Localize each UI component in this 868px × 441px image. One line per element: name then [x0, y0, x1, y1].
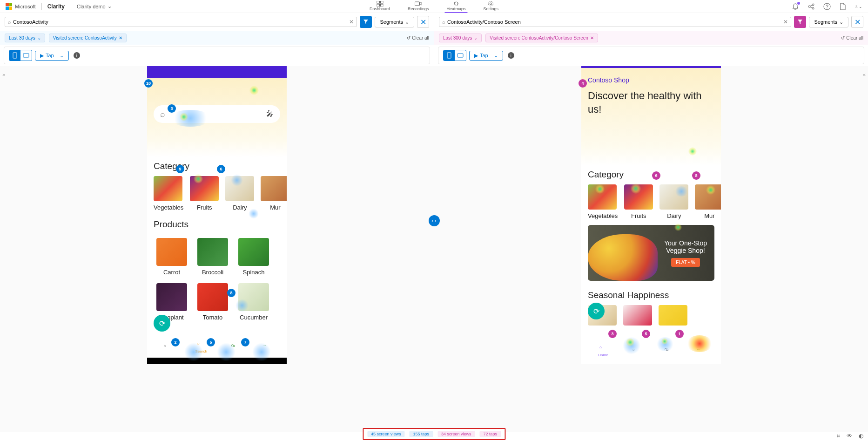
svg-rect-16: [458, 54, 463, 57]
clear-search-icon[interactable]: ✕: [349, 19, 354, 25]
products-heading: Products: [147, 216, 287, 234]
clear-all-label: Clear all: [412, 35, 429, 41]
heatmap-badge: 9: [176, 165, 184, 173]
banner-line: Veggie Shop!: [664, 247, 707, 254]
info-icon[interactable]: i: [74, 52, 80, 59]
heatmap-spot: [674, 224, 682, 231]
help-icon[interactable]: ?: [823, 3, 831, 10]
close-pane-left-button[interactable]: ✕: [417, 16, 429, 28]
nav-dashboard[interactable]: Dashboard: [368, 0, 392, 13]
search-input-left[interactable]: ⌕ ✕: [5, 17, 357, 27]
tap-dropdown-left[interactable]: ▶Tap⌄: [35, 51, 69, 61]
heatmap-spot: [249, 86, 259, 95]
chip-daterange-left[interactable]: Last 30 days⌄: [5, 34, 45, 42]
chip-label: Last 30 days: [9, 35, 35, 41]
search-icon: ⌕: [160, 109, 165, 119]
refresh-fab[interactable]: ⟳: [154, 315, 170, 332]
svg-rect-15: [447, 53, 451, 58]
segments-button-right[interactable]: Segments⌄: [809, 17, 848, 27]
toolbar-right: ▶Tap⌄ i: [438, 47, 864, 64]
view-tablet-button[interactable]: [455, 50, 466, 61]
clear-all-label: Clear all: [846, 35, 863, 41]
user-menu[interactable]: ⌄: [855, 3, 862, 10]
split-handle[interactable]: ‹ ›: [429, 215, 440, 226]
svg-rect-0: [377, 1, 379, 3]
filter-button-left[interactable]: [360, 16, 372, 28]
play-icon: ▶: [40, 53, 44, 59]
search-field[interactable]: [447, 19, 783, 25]
refresh-fab[interactable]: ⟳: [588, 303, 605, 319]
play-icon: ▶: [474, 53, 478, 59]
chip-label: Last 300 days: [443, 35, 472, 41]
pane-left: » ⌕ ✕ Segments⌄ ✕ Last 30 days⌄ Visited …: [0, 13, 434, 432]
filter-button-right[interactable]: [794, 16, 806, 28]
dashboard-icon: [377, 1, 383, 7]
svg-rect-4: [415, 2, 420, 6]
view-phone-button[interactable]: [444, 50, 455, 61]
view-tablet-button[interactable]: [20, 50, 32, 61]
chip-daterange-right[interactable]: Last 300 days⌄: [439, 34, 482, 42]
search-input-right[interactable]: ⌕ ✕: [439, 17, 791, 27]
category-label: Mur: [261, 204, 287, 211]
heatmap-badge: 4: [579, 79, 587, 88]
project-dropdown[interactable]: Clarity demo ⌄: [77, 3, 112, 9]
svg-rect-13: [13, 53, 17, 58]
home-icon: ⌂: [599, 345, 607, 353]
tap-label: Tap: [46, 53, 54, 58]
flat-badge: FLAT • %: [671, 258, 700, 267]
chip-label: Visited screen: ContosoActivity: [53, 35, 117, 41]
svg-text:?: ?: [826, 4, 828, 9]
chip-visited-left[interactable]: Visited screen: ContosoActivity✕: [49, 34, 127, 42]
toolbar-left: ▶Tap⌄ i: [4, 47, 430, 64]
nav-settings[interactable]: Settings: [482, 0, 501, 13]
product-label: Broccoli: [197, 269, 228, 276]
segments-label: Segments: [380, 19, 403, 25]
nav-heatmaps[interactable]: Heatmaps: [445, 0, 468, 13]
heatmap-spot: [631, 183, 641, 194]
search-field[interactable]: [13, 19, 349, 25]
close-pane-right-button[interactable]: ✕: [851, 16, 863, 28]
microsoft-text: Microsoft: [15, 4, 36, 9]
chevron-down-icon: ⌄: [405, 19, 409, 25]
category-label: Fruits: [190, 204, 219, 211]
product-item: Spinach: [238, 238, 269, 276]
heatmap-badge: 5: [207, 338, 215, 346]
view-phone-button[interactable]: [9, 50, 20, 61]
tap-dropdown-right[interactable]: ▶Tap⌄: [469, 51, 503, 61]
top-nav: Dashboard Recordings Heatmaps Settings: [368, 0, 500, 13]
product-item: Tomato: [197, 283, 228, 321]
chevron-down-icon: ⌄: [494, 53, 498, 59]
nav-recordings[interactable]: Recordings: [406, 0, 431, 13]
share-icon[interactable]: [807, 3, 815, 10]
close-icon[interactable]: ✕: [119, 35, 122, 41]
collapse-left-button[interactable]: »: [0, 69, 7, 80]
heatmap-spot: [184, 343, 203, 361]
product-name: Clarity: [47, 3, 65, 10]
heatmap-badge: 10: [144, 79, 153, 88]
chips-row-right: Last 300 days⌄ Visited screen: ContosoAc…: [434, 31, 868, 45]
document-icon[interactable]: [839, 3, 847, 10]
clear-search-icon[interactable]: ✕: [783, 19, 788, 25]
category-label: Fruits: [624, 212, 653, 219]
category-item: Mur: [261, 176, 287, 211]
project-label: Clarity demo: [77, 4, 106, 9]
collapse-right-button[interactable]: «: [861, 69, 868, 80]
clear-all-left[interactable]: ↺Clear all: [407, 35, 429, 41]
undo-icon: ↺: [841, 35, 845, 41]
info-icon[interactable]: i: [508, 52, 514, 59]
notifications-icon[interactable]: [792, 3, 799, 10]
promo-banner: Your One-Stop Veggie Shop! FLAT • %: [588, 225, 714, 281]
category-item: Vegetables: [154, 176, 183, 211]
close-icon[interactable]: ✕: [590, 35, 594, 41]
heatmap-spot: [686, 335, 713, 352]
chip-visited-right[interactable]: Visited screen: ContosoActivity/Contoso …: [485, 34, 598, 42]
mic-icon: 🎤︎: [266, 110, 274, 118]
nav-label: Dashboard: [370, 7, 390, 11]
product-label: Carrot: [156, 269, 187, 276]
segments-button-left[interactable]: Segments⌄: [375, 17, 414, 27]
recordings-icon: [415, 1, 422, 7]
nav-label: Heatmaps: [447, 7, 466, 11]
clear-all-right[interactable]: ↺Clear all: [841, 35, 863, 41]
svg-point-7: [808, 6, 810, 7]
heatmap-badge: 6: [217, 165, 225, 173]
